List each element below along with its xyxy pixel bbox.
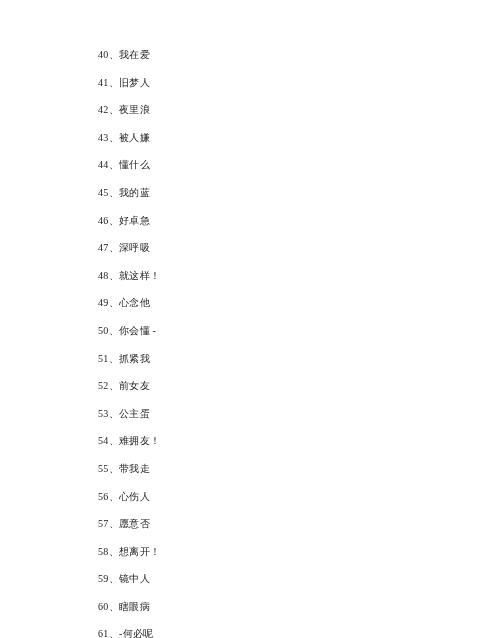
item-separator: 、 (109, 380, 119, 391)
item-separator: 、 (109, 159, 119, 170)
list-item: 59、镜中人 (98, 572, 500, 585)
item-separator: 、 (109, 628, 119, 638)
item-text: 我在爱 (119, 49, 150, 60)
item-separator: 、 (109, 435, 119, 446)
item-text: 深呼吸 (119, 242, 150, 253)
item-separator: 、 (109, 270, 119, 281)
list-item: 40、我在爱 (98, 48, 500, 61)
item-number: 53 (98, 408, 109, 419)
list-item: 51、抓紧我 (98, 352, 500, 365)
list-item: 45、我的蓝 (98, 186, 500, 199)
item-number: 57 (98, 518, 109, 529)
item-separator: 、 (109, 573, 119, 584)
item-separator: 、 (109, 325, 119, 336)
list-item: 58、想离开！ (98, 545, 500, 558)
list-item: 49、心念他 (98, 296, 500, 309)
item-number: 61 (98, 628, 109, 638)
item-number: 47 (98, 242, 109, 253)
item-separator: 、 (109, 132, 119, 143)
item-text: 瞎眼病 (119, 601, 150, 612)
item-number: 49 (98, 297, 109, 308)
item-separator: 、 (109, 491, 119, 502)
item-number: 60 (98, 601, 109, 612)
list-item: 47、深呼吸 (98, 241, 500, 254)
item-separator: 、 (109, 242, 119, 253)
list-item: 50、你会懂 - (98, 324, 500, 337)
item-number: 51 (98, 353, 109, 364)
item-separator: 、 (109, 353, 119, 364)
item-number: 43 (98, 132, 109, 143)
list-item: 52、前女友 (98, 379, 500, 392)
item-separator: 、 (109, 215, 119, 226)
item-separator: 、 (109, 546, 119, 557)
list-item: 46、好卓急 (98, 214, 500, 227)
item-text: 镜中人 (119, 573, 150, 584)
item-number: 44 (98, 159, 109, 170)
item-text: 心念他 (119, 297, 150, 308)
item-text: 被人嫌 (119, 132, 150, 143)
list-item: 48、就这样！ (98, 269, 500, 282)
item-number: 58 (98, 546, 109, 557)
item-separator: 、 (109, 297, 119, 308)
item-text: 抓紧我 (119, 353, 150, 364)
item-text: 好卓急 (119, 215, 150, 226)
item-separator: 、 (109, 187, 119, 198)
item-separator: 、 (109, 104, 119, 115)
item-separator: 、 (109, 49, 119, 60)
item-number: 52 (98, 380, 109, 391)
item-text: 难拥友！ (119, 435, 160, 446)
list-item: 60、瞎眼病 (98, 600, 500, 613)
list-item: 41、旧梦人 (98, 76, 500, 89)
item-text: 我的蓝 (119, 187, 150, 198)
list-item: 43、被人嫌 (98, 131, 500, 144)
list-item: 42、夜里浪 (98, 103, 500, 116)
item-text: 心伤人 (119, 491, 150, 502)
item-text: 你会懂 - (119, 325, 156, 336)
item-text: 旧梦人 (119, 77, 150, 88)
list-item: 56、心伤人 (98, 490, 500, 503)
item-number: 50 (98, 325, 109, 336)
item-text: 带我走 (119, 463, 150, 474)
item-number: 45 (98, 187, 109, 198)
list-item: 61、-何必呢 (98, 627, 500, 638)
list-item: 55、带我走 (98, 462, 500, 475)
list-item: 57、愿意否 (98, 517, 500, 530)
list-container: 40、我在爱 41、旧梦人 42、夜里浪 43、被人嫌 44、懂什么 45、我的… (0, 0, 500, 638)
item-number: 59 (98, 573, 109, 584)
item-text: -何必呢 (119, 628, 154, 638)
item-separator: 、 (109, 463, 119, 474)
item-text: 就这样！ (119, 270, 160, 281)
item-text: 夜里浪 (119, 104, 150, 115)
item-number: 48 (98, 270, 109, 281)
item-number: 55 (98, 463, 109, 474)
item-separator: 、 (109, 77, 119, 88)
list-item: 54、难拥友！ (98, 434, 500, 447)
item-number: 42 (98, 104, 109, 115)
item-separator: 、 (109, 601, 119, 612)
item-separator: 、 (109, 408, 119, 419)
item-text: 愿意否 (119, 518, 150, 529)
list-item: 44、懂什么 (98, 158, 500, 171)
item-text: 想离开！ (119, 546, 160, 557)
item-number: 54 (98, 435, 109, 446)
item-text: 懂什么 (119, 159, 150, 170)
item-separator: 、 (109, 518, 119, 529)
item-text: 公主蛋 (119, 408, 150, 419)
item-number: 41 (98, 77, 109, 88)
item-text: 前女友 (119, 380, 150, 391)
item-number: 46 (98, 215, 109, 226)
list-item: 53、公主蛋 (98, 407, 500, 420)
item-number: 40 (98, 49, 109, 60)
item-number: 56 (98, 491, 109, 502)
